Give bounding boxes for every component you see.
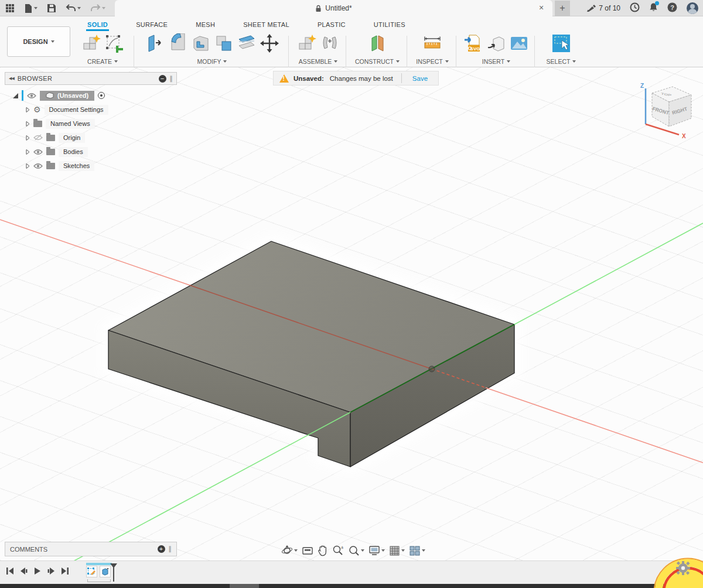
redo-button[interactable] <box>88 2 107 14</box>
model-viewport[interactable]: Z X TOP FRONT RIGHT Unsaved: Changes may… <box>0 67 703 560</box>
expand-arrow-icon[interactable] <box>26 149 30 155</box>
orbit-button[interactable] <box>281 545 298 556</box>
document-node[interactable]: (Unsaved) <box>40 91 94 101</box>
comments-panel[interactable]: COMMENTS + ∥ <box>5 542 177 556</box>
expand-triangle-icon[interactable] <box>13 93 18 98</box>
collapse-browser-icon[interactable]: ◀◀ <box>9 76 14 81</box>
timeline-extrude-feature[interactable] <box>100 566 111 577</box>
tree-row-origin[interactable]: Origin <box>5 131 177 145</box>
browser-header[interactable]: ◀◀ BROWSER − ∥ <box>5 72 177 85</box>
comments-grip-icon[interactable]: ∥ <box>169 545 172 553</box>
split-body-icon[interactable] <box>237 33 257 53</box>
timeline-sketch-feature[interactable] <box>86 566 97 577</box>
assemble-new-component-icon[interactable] <box>297 33 317 53</box>
display-settings-button[interactable] <box>368 545 385 556</box>
grid-snap-button[interactable] <box>389 545 405 556</box>
press-pull-icon[interactable] <box>145 33 165 53</box>
fit-caret-icon <box>361 549 364 552</box>
select-icon[interactable] <box>551 33 571 53</box>
warning-save-button[interactable]: Save <box>402 75 438 82</box>
help-button[interactable]: ? <box>667 2 677 15</box>
tree-label[interactable]: Origin <box>59 133 85 143</box>
pan-hand-icon <box>318 545 328 556</box>
insert-svg-icon[interactable]: SVG <box>463 33 483 53</box>
add-comment-icon[interactable]: + <box>158 545 165 553</box>
tree-row-bodies[interactable]: Bodies <box>5 145 177 159</box>
eye-hidden-icon[interactable] <box>33 134 43 141</box>
insert-canvas-icon[interactable] <box>509 33 529 53</box>
step-forward-icon[interactable] <box>47 567 56 575</box>
document-tab[interactable]: Untitled* × <box>115 0 552 16</box>
eye-visible-icon[interactable] <box>33 163 43 169</box>
tree-row-document-settings[interactable]: ⚙ Document Settings <box>5 102 177 117</box>
tree-label[interactable]: Sketches <box>59 161 94 171</box>
tree-row-document[interactable]: (Unsaved) <box>5 88 177 102</box>
joint-icon[interactable] <box>320 33 340 53</box>
save-button[interactable] <box>45 2 58 14</box>
activate-document-radio-icon[interactable] <box>98 92 105 99</box>
tab-solid[interactable]: SOLID <box>86 18 109 31</box>
group-modify-dropdown[interactable]: MODIFY <box>137 58 287 65</box>
redo-caret-icon[interactable] <box>102 7 105 9</box>
zoom-button[interactable]: ± <box>332 545 344 556</box>
tree-label[interactable]: Document Settings <box>45 105 108 115</box>
user-avatar[interactable] <box>687 2 698 14</box>
extension-manager-button[interactable] <box>630 2 640 15</box>
timeline-playhead[interactable] <box>110 563 117 582</box>
tab-plastic[interactable]: PLASTIC <box>316 18 347 31</box>
measure-icon[interactable] <box>422 33 442 53</box>
combine-icon[interactable] <box>214 33 234 53</box>
app-grid-icon[interactable] <box>4 2 16 14</box>
create-sketch-icon[interactable] <box>104 33 124 53</box>
file-icon <box>24 4 33 13</box>
tab-sheet-metal[interactable]: SHEET METAL <box>242 18 291 31</box>
group-assemble-dropdown[interactable]: ASSEMBLE <box>292 58 344 65</box>
expand-arrow-icon[interactable] <box>26 121 30 127</box>
job-status[interactable]: 7 of 10 <box>586 4 620 13</box>
pan-button[interactable] <box>318 545 328 556</box>
origin-point[interactable] <box>429 366 435 372</box>
tab-mesh[interactable]: MESH <box>194 18 216 31</box>
group-insert-dropdown[interactable]: INSERT <box>459 58 533 65</box>
eye-visible-icon[interactable] <box>33 149 43 155</box>
job-progress-spinner[interactable] <box>649 555 703 588</box>
eye-visible-icon[interactable] <box>27 93 36 99</box>
fillet-icon[interactable] <box>168 33 188 53</box>
expand-arrow-icon[interactable] <box>26 163 30 169</box>
new-component-icon[interactable] <box>81 33 101 53</box>
expand-arrow-icon[interactable] <box>26 135 30 141</box>
tree-row-named-views[interactable]: Named Views <box>5 117 177 131</box>
job-status-text: 7 of 10 <box>599 4 620 12</box>
expand-arrow-icon[interactable] <box>26 107 30 112</box>
file-menu-button[interactable] <box>22 2 39 15</box>
notifications-button[interactable] <box>649 2 658 15</box>
tab-surface[interactable]: SURFACE <box>135 18 169 31</box>
viewports-button[interactable] <box>409 545 425 556</box>
group-construct-dropdown[interactable]: CONSTRUCT <box>349 58 405 65</box>
browser-minimize-icon[interactable]: − <box>159 75 166 83</box>
close-tab-icon[interactable]: × <box>536 2 547 13</box>
group-create-dropdown[interactable]: CREATE <box>79 58 127 65</box>
undo-caret-icon[interactable] <box>77 7 81 9</box>
look-at-button[interactable] <box>302 545 313 556</box>
group-select-dropdown[interactable]: SELECT <box>538 58 585 65</box>
tree-label[interactable]: Bodies <box>59 147 88 157</box>
shell-icon[interactable] <box>191 33 211 53</box>
move-copy-icon[interactable] <box>260 33 279 53</box>
workspace-selector[interactable]: DESIGN <box>7 26 70 57</box>
go-to-end-icon[interactable] <box>61 567 69 575</box>
view-cube[interactable]: Z X TOP FRONT RIGHT <box>636 80 701 140</box>
new-tab-button[interactable]: + <box>555 1 570 16</box>
group-inspect-dropdown[interactable]: INSPECT <box>410 58 455 65</box>
undo-button[interactable] <box>64 2 83 14</box>
construct-plane-icon[interactable] <box>367 33 387 53</box>
go-to-start-icon[interactable] <box>6 567 14 575</box>
tree-label[interactable]: Named Views <box>46 119 95 129</box>
insert-derive-icon[interactable] <box>486 33 506 53</box>
fit-button[interactable] <box>348 545 364 556</box>
browser-grip-icon[interactable]: ∥ <box>170 75 173 83</box>
play-icon[interactable] <box>33 567 42 575</box>
tree-row-sketches[interactable]: Sketches <box>5 159 177 173</box>
step-back-icon[interactable] <box>19 567 28 575</box>
tab-utilities[interactable]: UTILITIES <box>373 18 407 31</box>
